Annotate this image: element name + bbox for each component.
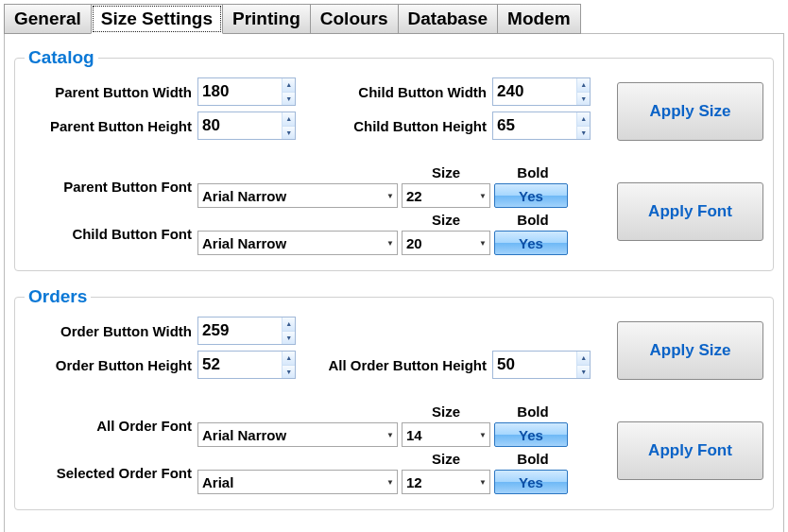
catalog-legend: Catalog xyxy=(25,47,98,68)
chevron-down-icon: ▼ xyxy=(384,239,397,248)
spin-up[interactable]: ▲ xyxy=(577,78,590,93)
parent-button-height-field[interactable] xyxy=(198,112,282,139)
spin-up[interactable]: ▲ xyxy=(283,352,295,366)
spin-up[interactable]: ▲ xyxy=(283,112,295,127)
child-button-height-label: Child Button Height xyxy=(334,118,492,134)
chevron-down-icon: ▼ xyxy=(476,431,489,439)
size-header: Size xyxy=(402,403,490,422)
order-button-height-field[interactable] xyxy=(198,352,282,378)
bold-header: Bold xyxy=(494,212,572,231)
catalog-apply-size-button[interactable]: Apply Size xyxy=(617,82,763,141)
chevron-down-icon: ▼ xyxy=(384,192,397,200)
tab-printing[interactable]: Printing xyxy=(222,4,311,34)
spinners[interactable]: ▲▼ xyxy=(576,112,590,139)
spin-up[interactable]: ▲ xyxy=(283,317,295,332)
child-button-width-field[interactable] xyxy=(493,78,576,105)
spinners[interactable]: ▲▼ xyxy=(576,352,590,378)
all-order-font-bold-toggle[interactable]: Yes xyxy=(494,422,568,447)
parent-button-width-input[interactable]: ▲▼ xyxy=(197,77,296,106)
order-button-width-field[interactable] xyxy=(198,317,282,344)
spin-down[interactable]: ▼ xyxy=(577,127,590,140)
spin-up[interactable]: ▲ xyxy=(283,78,295,93)
chevron-down-icon: ▼ xyxy=(384,431,397,439)
all-order-button-height-input[interactable]: ▲▼ xyxy=(492,351,591,379)
all-order-font-label: All Order Font xyxy=(25,418,197,434)
tab-database[interactable]: Database xyxy=(398,4,499,34)
child-button-height-field[interactable] xyxy=(493,112,576,139)
chevron-down-icon: ▼ xyxy=(476,239,489,248)
spin-down[interactable]: ▼ xyxy=(283,127,295,140)
parent-button-font-label: Parent Button Font xyxy=(25,179,197,195)
orders-apply-font-button[interactable]: Apply Font xyxy=(617,421,763,480)
child-button-width-label: Child Button Width xyxy=(334,84,492,100)
selected-order-font-select[interactable]: Arial ▼ xyxy=(197,470,398,494)
orders-group: Orders Order Button Width ▲▼ Order Butto… xyxy=(14,286,774,510)
spin-up[interactable]: ▲ xyxy=(577,352,590,366)
spin-down[interactable]: ▼ xyxy=(577,93,590,106)
order-button-height-input[interactable]: ▲▼ xyxy=(197,351,296,379)
child-button-height-input[interactable]: ▲▼ xyxy=(492,112,591,140)
spin-down[interactable]: ▼ xyxy=(577,366,590,379)
order-button-width-label: Order Button Width xyxy=(25,323,197,339)
orders-legend: Orders xyxy=(25,286,91,307)
order-button-height-label: Order Button Height xyxy=(25,357,197,373)
parent-button-font-bold-toggle[interactable]: Yes xyxy=(494,183,568,208)
selected-order-font-size-value: 12 xyxy=(403,474,476,490)
selected-order-font-size-select[interactable]: 12 ▼ xyxy=(402,470,490,494)
child-button-font-size-value: 20 xyxy=(403,235,476,251)
orders-apply-size-button[interactable]: Apply Size xyxy=(617,321,763,380)
parent-button-height-label: Parent Button Height xyxy=(25,118,197,134)
child-button-font-select[interactable]: Arial Narrow ▼ xyxy=(197,231,398,255)
all-order-button-height-label: All Order Button Height xyxy=(296,357,492,373)
child-button-width-input[interactable]: ▲▼ xyxy=(492,77,591,106)
spin-down[interactable]: ▼ xyxy=(283,366,295,379)
parent-button-height-input[interactable]: ▲▼ xyxy=(197,112,296,140)
order-button-width-input[interactable]: ▲▼ xyxy=(197,317,296,345)
spinners[interactable]: ▲▼ xyxy=(282,352,295,378)
catalog-group: Catalog Parent Button Width ▲▼ Child But… xyxy=(14,47,774,271)
parent-button-font-select[interactable]: Arial Narrow ▼ xyxy=(197,183,398,208)
size-header: Size xyxy=(402,212,490,231)
tab-general[interactable]: General xyxy=(4,4,92,34)
parent-button-width-label: Parent Button Width xyxy=(25,84,197,100)
selected-order-font-value: Arial xyxy=(198,474,384,490)
settings-panel: Catalog Parent Button Width ▲▼ Child But… xyxy=(4,33,784,532)
all-order-button-height-field[interactable] xyxy=(493,352,576,378)
child-button-font-bold-toggle[interactable]: Yes xyxy=(494,231,568,255)
size-header: Size xyxy=(402,451,490,470)
spinners[interactable]: ▲▼ xyxy=(282,78,295,105)
spinners[interactable]: ▲▼ xyxy=(576,78,590,105)
tab-colours[interactable]: Colours xyxy=(310,4,399,34)
all-order-font-size-select[interactable]: 14 ▼ xyxy=(402,422,490,447)
tab-modem[interactable]: Modem xyxy=(497,4,581,34)
parent-button-font-size-value: 22 xyxy=(403,188,476,204)
tab-size-settings[interactable]: Size Settings xyxy=(91,4,223,34)
chevron-down-icon: ▼ xyxy=(476,192,489,200)
chevron-down-icon: ▼ xyxy=(476,478,489,487)
bold-header: Bold xyxy=(494,403,572,422)
spin-up[interactable]: ▲ xyxy=(577,112,590,127)
all-order-font-size-value: 14 xyxy=(403,427,476,443)
selected-order-font-label: Selected Order Font xyxy=(25,465,197,481)
spin-down[interactable]: ▼ xyxy=(283,93,295,106)
bold-header: Bold xyxy=(494,164,572,183)
catalog-apply-font-button[interactable]: Apply Font xyxy=(617,182,763,241)
child-button-font-value: Arial Narrow xyxy=(198,235,384,251)
parent-button-font-size-select[interactable]: 22 ▼ xyxy=(402,183,490,208)
size-header: Size xyxy=(402,164,490,183)
child-button-font-label: Child Button Font xyxy=(25,226,197,242)
bold-header: Bold xyxy=(494,451,572,470)
parent-button-font-value: Arial Narrow xyxy=(198,188,384,204)
spinners[interactable]: ▲▼ xyxy=(282,112,295,139)
chevron-down-icon: ▼ xyxy=(384,478,397,487)
all-order-font-value: Arial Narrow xyxy=(198,427,384,443)
child-button-font-size-select[interactable]: 20 ▼ xyxy=(402,231,490,255)
parent-button-width-field[interactable] xyxy=(198,78,282,105)
tab-bar: General Size Settings Printing Colours D… xyxy=(4,4,784,34)
spinners[interactable]: ▲▼ xyxy=(282,317,295,344)
spin-down[interactable]: ▼ xyxy=(283,332,295,345)
all-order-font-select[interactable]: Arial Narrow ▼ xyxy=(197,422,398,447)
selected-order-font-bold-toggle[interactable]: Yes xyxy=(494,470,568,494)
